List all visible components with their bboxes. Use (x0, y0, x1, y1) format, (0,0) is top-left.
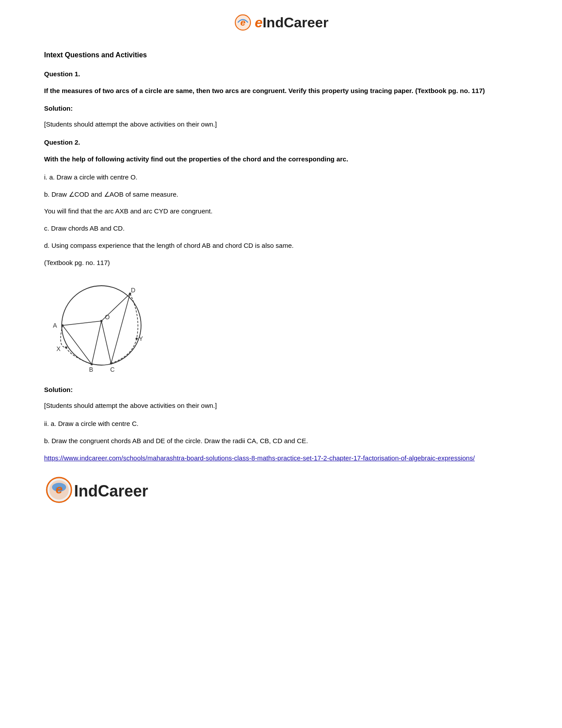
logo-text: eIndCareer (255, 15, 328, 31)
section-title: Intext Questions and Activities (44, 49, 518, 61)
item-i-d: d. Using compass experience that the len… (44, 240, 518, 251)
item-ii-a: ii. a. Draw a circle with centre C. (44, 418, 518, 429)
question1-text: If the measures of two arcs of a circle … (44, 86, 518, 97)
svg-text:D: D (131, 287, 135, 294)
item-i-textbook: (Textbook pg. no. 117) (44, 258, 518, 269)
logo-icon: e (234, 13, 252, 32)
svg-line-23 (111, 294, 130, 363)
question1-solution-label: Solution: (44, 103, 518, 114)
header-logo: e eIndCareer (234, 13, 328, 32)
reference-link[interactable]: https://www.indcareer.com/schools/mahara… (44, 453, 518, 463)
question2-text: With the help of following activity find… (44, 154, 518, 165)
svg-text:e: e (240, 17, 246, 27)
header: e eIndCareer (44, 13, 518, 36)
item-ii-b: b. Draw the congruent chords AB and DE o… (44, 436, 518, 447)
footer-logo: e IndCareer (44, 472, 150, 508)
circle-diagram: O A D B C Y X (44, 277, 159, 374)
item-i-a: i. a. Draw a circle with centre O. (44, 172, 518, 183)
svg-text:A: A (53, 322, 57, 329)
page-container: e eIndCareer Intext Questions and Activi… (0, 0, 562, 728)
question1-solution-text: [Students should attempt the above activ… (44, 119, 518, 130)
question1-label: Question 1. (44, 69, 518, 79)
svg-line-21 (101, 321, 111, 363)
content-area: Intext Questions and Activities Question… (44, 49, 518, 508)
item-i-c: c. Draw chords AB and CD. (44, 223, 518, 234)
svg-line-19 (101, 294, 130, 321)
footer-logo-container: e IndCareer (44, 472, 518, 508)
svg-line-20 (92, 321, 101, 364)
item-i-b: b. Draw ∠COD and ∠AOB of same measure. (44, 189, 518, 200)
item-i-find: You will find that the arc AXB and arc C… (44, 206, 518, 217)
question2-solution-label: Solution: (44, 385, 518, 395)
svg-line-18 (63, 321, 101, 325)
question2-solution-text: [Students should attempt the above activ… (44, 400, 518, 411)
svg-text:X: X (56, 345, 61, 352)
svg-text:B: B (89, 366, 93, 373)
question2-label: Question 2. (44, 137, 518, 148)
svg-text:C: C (110, 366, 115, 373)
svg-text:IndCareer: IndCareer (74, 482, 148, 500)
svg-text:Y: Y (139, 335, 143, 342)
svg-text:e: e (56, 482, 63, 496)
diagram-container: O A D B C Y X (44, 277, 518, 374)
